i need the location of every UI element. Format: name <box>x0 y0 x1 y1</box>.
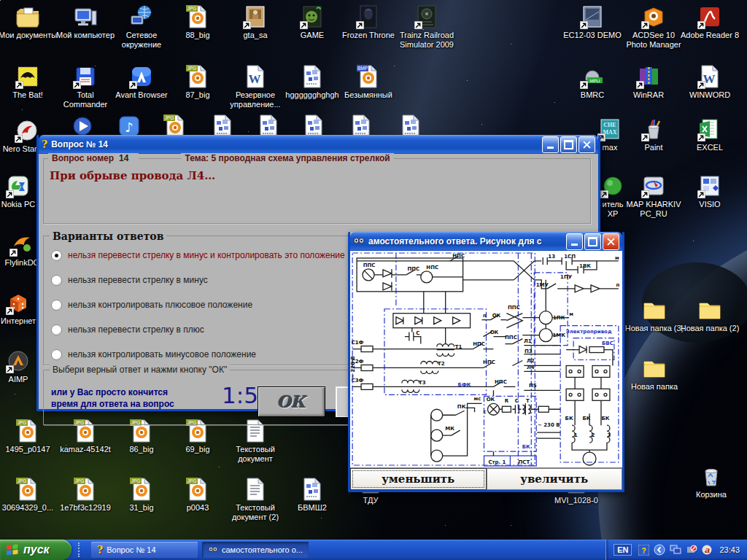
desktop-icon-file-87-big[interactable]: JPG87_big <box>167 64 228 100</box>
desktop-icon-new-folder-3[interactable]: Новая папка (3) <box>624 298 685 333</box>
answer-option-label: нельзя перевести стрелку в минус и контр… <box>68 250 345 260</box>
minimize-button[interactable] <box>542 136 559 153</box>
radio-option-4[interactable] <box>51 324 62 335</box>
desktop-icon-label: 88_big <box>167 31 228 40</box>
start-button[interactable]: пуск <box>0 540 71 560</box>
desktop-icon-ec12-demo[interactable]: EC12-03 DEMO <box>562 4 623 40</box>
desktop-icon-new-folder[interactable]: Новая папка <box>624 356 685 392</box>
desktop-icon-visio[interactable]: VISIO <box>679 174 740 209</box>
answer-option-3[interactable]: нельзя контролировать плюсовое положение <box>51 299 252 311</box>
answer-option-2[interactable]: нельзя перевести стрелку в минус <box>51 274 208 286</box>
language-indicator[interactable]: EN <box>614 544 632 556</box>
desktop-icon-label: Текстовый документ <box>225 445 286 464</box>
radio-option-5[interactable] <box>51 349 62 360</box>
desktop-icon-f31-big[interactable]: JPG31_big <box>111 477 172 513</box>
desktop-icon-untitled-bmp[interactable]: BMPБезымянный <box>338 64 399 100</box>
answer-option-1[interactable]: нельзя перевести стрелку в минус и контр… <box>51 249 345 261</box>
circuit-label: ППС <box>508 305 520 311</box>
circuit-label: ППС <box>407 266 419 272</box>
timeout-hint: или у Вас просто кончится время для отве… <box>51 386 174 410</box>
quiz-titlebar[interactable]: ? Вопрос № 14 <box>39 135 598 154</box>
radio-option-3[interactable] <box>51 300 62 311</box>
close-icon <box>607 238 615 246</box>
desktop-icon-f30694329[interactable]: JPG30694329_0... <box>0 477 58 513</box>
zoom-in-button[interactable]: увеличить <box>487 468 623 490</box>
circuit-label: Стр. 1 <box>488 459 506 465</box>
desktop-icon-acdsee[interactable]: ACDSee 10 Photo Manager <box>623 4 684 50</box>
radio-option-2[interactable] <box>51 275 62 286</box>
answer-option-5[interactable]: нельзя контролировать минусовое положени… <box>51 349 256 360</box>
circuit-label: МК <box>445 426 454 432</box>
desktop-icon-label: MVI_1028-0 <box>546 496 607 505</box>
maximize-button[interactable] <box>560 136 577 153</box>
desktop-icon-map-kharkiv[interactable]: MAP KHARKIV PC_RU <box>623 174 684 219</box>
the-bat-icon <box>15 64 40 89</box>
desktop-icon-game[interactable]: GAME <box>282 4 343 40</box>
desktop-icon-gta-sa[interactable]: gta_sa <box>225 4 286 40</box>
radio-option-1[interactable] <box>51 250 62 261</box>
desktop-icon-total-commander[interactable]: Total Commander <box>55 64 116 109</box>
desktop-icon-my-documents[interactable]: Мои документы <box>0 4 58 40</box>
footer-legend: Выбери верный ответ и нажми кнопку "ОК" <box>50 365 230 375</box>
desktop-icon-file-88-big[interactable]: JPG88_big <box>167 4 228 40</box>
circuit-label: Т1 <box>455 344 462 350</box>
desktop-icon-backup-doc[interactable]: WРезервное управление... <box>225 64 286 109</box>
question-groupbox: Вопрос номер 14 Тема: 5 проводная схема … <box>43 158 591 224</box>
zoom-out-button[interactable]: уменьшить <box>350 468 487 490</box>
desktop-icon-avant-browser[interactable]: Avant Browser <box>111 64 172 100</box>
help-tray-icon[interactable]: ? <box>638 545 649 556</box>
circuit-label: ППС <box>505 335 517 341</box>
answer-option-label: нельзя контролировать плюсовое положение <box>68 300 252 310</box>
desktop-icon-excel[interactable]: EXCEL <box>679 117 740 152</box>
close-button[interactable] <box>603 233 619 250</box>
task-quiz[interactable]: ?Вопрос № 14 <box>91 542 198 558</box>
desktop-icon-hg-file[interactable]: hgggggghghgh <box>282 64 343 100</box>
desktop-icon-new-folder-2[interactable]: Новая папка (2) <box>679 298 740 333</box>
circuit-label: 3 <box>608 432 611 438</box>
task-circuit[interactable]: самостоятельного о... <box>202 542 309 558</box>
desktop-icon-label: 69_big <box>167 445 228 454</box>
desktop-icon-network-places[interactable]: Сетевое окружение <box>111 4 172 50</box>
network-tray-icon[interactable] <box>670 545 681 555</box>
help-icon: ? <box>42 139 47 150</box>
desktop-icon-text-doc-2[interactable]: Текстовый документ (2) <box>225 477 286 522</box>
quiz-window-title: Вопрос № 14 <box>51 139 541 149</box>
desktop-icon-label: EXCEL <box>679 143 740 152</box>
taskbar-clock[interactable]: 23:43 <box>719 545 740 554</box>
circuit-label: 1ПК <box>553 315 565 321</box>
f30694329-icon: JPG <box>15 477 40 502</box>
disabled-device-tray-icon[interactable] <box>686 545 697 555</box>
help-icon: ? <box>97 543 103 556</box>
desktop-icon-the-bat[interactable]: The Bat! <box>0 64 58 100</box>
desktop-icon-winword[interactable]: WWINWORD <box>679 64 740 100</box>
desktop-icon-label: 1e7bf3c12919 <box>55 503 116 513</box>
quicklaunch-separator[interactable] <box>78 542 84 557</box>
punto-tray-icon[interactable]: a <box>702 545 712 555</box>
minimize-button[interactable] <box>566 233 583 250</box>
visio-icon <box>697 174 722 198</box>
ok-button[interactable]: ОК <box>258 386 325 417</box>
close-button[interactable] <box>578 136 595 153</box>
paint-icon <box>641 117 666 141</box>
desktop-icon-bvmsh2[interactable]: БВМШ2 <box>282 477 343 513</box>
desktop-icon-my-computer[interactable]: Мой компьютер <box>55 4 116 40</box>
desktop-icon-winrar[interactable]: WinRAR <box>618 64 679 100</box>
question-number-label: Вопрос номер <box>48 153 117 163</box>
desktop-icon-label: Текстовый документ (2) <box>225 503 286 522</box>
desktop-icon-trainz[interactable]: Trainz Railroad Simulator 2009 <box>396 4 457 50</box>
answer-option-label: нельзя перевести стрелку в плюс <box>68 324 204 335</box>
desktop-icon-frozen-throne[interactable]: Frozen Throne <box>338 4 399 40</box>
answer-option-4[interactable]: нельзя перевести стрелку в плюс <box>51 324 204 335</box>
desktop-icon-recycle-bin[interactable]: Корзина <box>681 464 742 499</box>
desktop-icon-text-doc[interactable]: Текстовый документ <box>225 419 286 464</box>
desktop-icon-f1e7bf[interactable]: JPG1e7bf3c12919 <box>55 477 116 513</box>
maximize-button[interactable] <box>584 233 601 250</box>
circuit-label: БК <box>601 416 609 421</box>
hidden-icons-chevron[interactable] <box>654 544 665 556</box>
desktop-icon-paint[interactable]: Paint <box>623 117 684 152</box>
desktop-icon-p0043[interactable]: JPGp0043 <box>167 477 228 513</box>
circuit-label: НПС <box>452 253 465 259</box>
desktop-icon-adobe-reader[interactable]: Adobe Reader 8 <box>679 4 740 40</box>
desktop-icon-bmrc[interactable]: MPLIBMRC <box>562 64 623 100</box>
circuit-titlebar[interactable]: амостоятельного ответа. Рисунок для с <box>350 232 622 251</box>
